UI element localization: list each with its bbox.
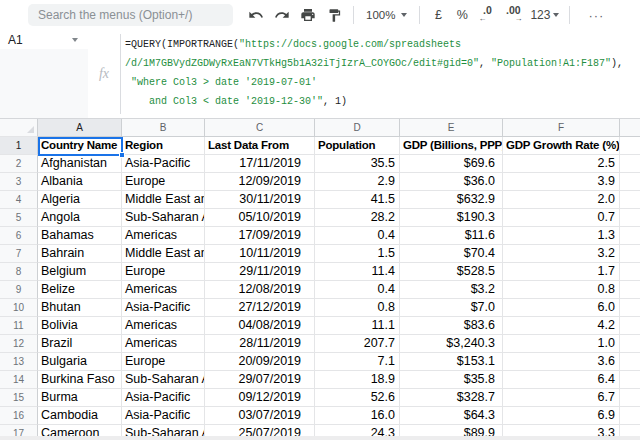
cell-region[interactable]: Asia-Pacific <box>122 407 205 425</box>
percent-format-button[interactable]: % <box>450 3 474 27</box>
cell-gdp[interactable]: $35.8 <box>400 371 503 389</box>
cell-empty[interactable] <box>620 245 640 263</box>
cell-population[interactable]: 35.5 <box>315 155 400 173</box>
cell-country-name[interactable]: Algeria <box>38 191 122 209</box>
column-header-b[interactable]: B <box>122 119 205 137</box>
cell-country-name[interactable]: Bulgaria <box>38 353 122 371</box>
cell-region[interactable]: Asia-Pacific <box>122 299 205 317</box>
cell-last-data-from[interactable]: 29/11/2019 <box>205 263 315 281</box>
row-header[interactable]: 9 <box>0 281 38 299</box>
undo-button[interactable] <box>243 3 269 27</box>
cell-last-data-from[interactable]: 20/09/2019 <box>205 353 315 371</box>
cell-population[interactable]: 18.9 <box>315 371 400 389</box>
column-header-c[interactable]: C <box>205 119 315 137</box>
cell-empty[interactable] <box>620 191 640 209</box>
cell-empty[interactable] <box>620 407 640 425</box>
cell-gdp-header[interactable]: GDP (Billions, PPP) <box>400 137 503 155</box>
row-header[interactable]: 12 <box>0 335 38 353</box>
cell-country-name[interactable]: Belgium <box>38 263 122 281</box>
row-header[interactable]: 13 <box>0 353 38 371</box>
row-header[interactable]: 10 <box>0 299 38 317</box>
row-header[interactable]: 14 <box>0 371 38 389</box>
cell-empty[interactable] <box>620 155 640 173</box>
cell-growth[interactable]: 6.0 <box>503 299 620 317</box>
row-header[interactable]: 5 <box>0 209 38 227</box>
cell-last-data-from[interactable]: 12/09/2019 <box>205 173 315 191</box>
cell-population[interactable]: 0.4 <box>315 227 400 245</box>
cell-region[interactable]: Asia-Pacific <box>122 155 205 173</box>
row-header[interactable]: 2 <box>0 155 38 173</box>
row-header[interactable]: 3 <box>0 173 38 191</box>
cell-growth[interactable]: 3.2 <box>503 245 620 263</box>
cell-country-name[interactable]: Burkina Faso <box>38 371 122 389</box>
cell-gdp[interactable]: $328.7 <box>400 389 503 407</box>
search-input[interactable] <box>28 4 233 26</box>
cell-empty[interactable] <box>620 263 640 281</box>
column-header-d[interactable]: D <box>315 119 400 137</box>
cell-empty[interactable] <box>620 173 640 191</box>
cell-gdp[interactable]: $64.3 <box>400 407 503 425</box>
cell-population[interactable]: 28.2 <box>315 209 400 227</box>
row-header[interactable]: 8 <box>0 263 38 281</box>
cell-gdp[interactable]: $632.9 <box>400 191 503 209</box>
cell-region[interactable]: Americas <box>122 317 205 335</box>
formula-input[interactable]: =QUERY(IMPORTRANGE("https://docs.google.… <box>125 35 637 115</box>
cell-country-name[interactable]: Cambodia <box>38 407 122 425</box>
cell-last-data-from[interactable]: 10/11/2019 <box>205 245 315 263</box>
cell-gdp[interactable]: $528.5 <box>400 263 503 281</box>
cell-population[interactable]: 7.1 <box>315 353 400 371</box>
cell-region[interactable]: Sub-Saharan Afr <box>122 209 205 227</box>
cell-last-data-from[interactable]: 30/11/2019 <box>205 191 315 209</box>
currency-format-button[interactable]: £ <box>426 3 450 27</box>
cell-gdp[interactable]: $83.6 <box>400 317 503 335</box>
cell-empty[interactable] <box>620 209 640 227</box>
name-box[interactable]: A1 <box>0 30 88 49</box>
more-toolbar-button[interactable]: ··· <box>580 3 612 27</box>
cell-empty[interactable] <box>620 389 640 407</box>
cell-region[interactable]: Americas <box>122 227 205 245</box>
cell-growth[interactable]: 4.2 <box>503 317 620 335</box>
zoom-select[interactable]: 100% <box>360 3 413 27</box>
increase-decimals-button[interactable]: .00 → <box>500 2 526 28</box>
cell-gdp[interactable]: $11.6 <box>400 227 503 245</box>
cell-region[interactable]: Sub-Saharan Afr <box>122 371 205 389</box>
cell-last-data-from[interactable]: 28/11/2019 <box>205 335 315 353</box>
cell-region[interactable]: Europe <box>122 263 205 281</box>
print-button[interactable] <box>295 3 321 27</box>
cell-gdp[interactable]: $7.0 <box>400 299 503 317</box>
paint-format-button[interactable] <box>321 3 347 27</box>
cell-growth[interactable]: 3.6 <box>503 353 620 371</box>
cell-last-data-from-header[interactable]: Last Data From <box>205 137 315 155</box>
cell-empty[interactable] <box>620 281 640 299</box>
cell-gdp[interactable]: $3,240.3 <box>400 335 503 353</box>
cell-growth[interactable]: 6.7 <box>503 389 620 407</box>
cell-growth[interactable]: 3.9 <box>503 173 620 191</box>
cell-population[interactable]: 1.5 <box>315 245 400 263</box>
cell-region-header[interactable]: Region <box>122 137 205 155</box>
cell-empty[interactable] <box>620 317 640 335</box>
cell-country-name[interactable]: Albania <box>38 173 122 191</box>
cell-country-name[interactable]: Brazil <box>38 335 122 353</box>
cell-population[interactable]: 0.8 <box>315 299 400 317</box>
cell-gdp[interactable]: $69.6 <box>400 155 503 173</box>
cell-growth[interactable]: 0.7 <box>503 209 620 227</box>
cell-region[interactable]: Middle East and <box>122 191 205 209</box>
cell-last-data-from[interactable]: 04/08/2019 <box>205 317 315 335</box>
cell-region[interactable]: Asia-Pacific <box>122 389 205 407</box>
cell-empty[interactable] <box>620 137 640 155</box>
cell-growth[interactable]: 1.0 <box>503 335 620 353</box>
cell-empty[interactable] <box>620 335 640 353</box>
cell-population[interactable]: 207.7 <box>315 335 400 353</box>
cell-gdp[interactable]: $36.0 <box>400 173 503 191</box>
cell-region[interactable]: Americas <box>122 281 205 299</box>
cell-country-name[interactable]: Afghanistan <box>38 155 122 173</box>
cell-last-data-from[interactable]: 12/08/2019 <box>205 281 315 299</box>
column-header-partial[interactable] <box>620 119 640 137</box>
cell-region[interactable]: Middle East and <box>122 245 205 263</box>
cell-country-name[interactable]: Bahamas <box>38 227 122 245</box>
cell-growth[interactable]: 1.3 <box>503 227 620 245</box>
redo-button[interactable] <box>269 3 295 27</box>
column-header-e[interactable]: E <box>400 119 503 137</box>
decrease-decimals-button[interactable]: .0 ← <box>474 2 500 28</box>
cell-population[interactable]: 0.4 <box>315 281 400 299</box>
